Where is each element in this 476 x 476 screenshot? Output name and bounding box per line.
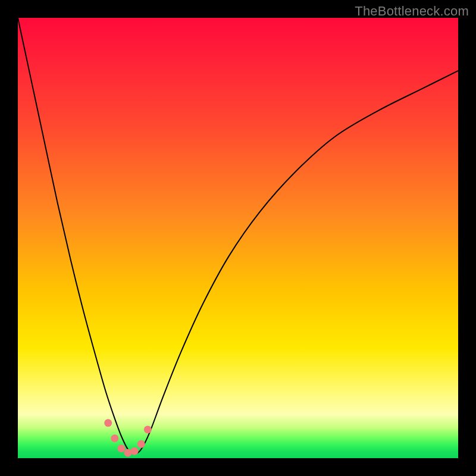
valley-marker xyxy=(117,444,125,452)
watermark-text: TheBottleneck.com xyxy=(355,4,469,19)
valley-marker xyxy=(137,440,145,448)
valley-marker xyxy=(111,434,118,442)
plot-area xyxy=(18,18,458,458)
chart-frame: TheBottleneck.com xyxy=(0,0,476,476)
valley-marker xyxy=(104,419,112,427)
valley-marker xyxy=(144,425,152,433)
valley-marker xyxy=(124,449,132,457)
curve-svg xyxy=(18,18,458,458)
valley-marker xyxy=(131,447,139,455)
bottleneck-curve xyxy=(18,18,458,454)
valley-markers xyxy=(104,419,152,456)
